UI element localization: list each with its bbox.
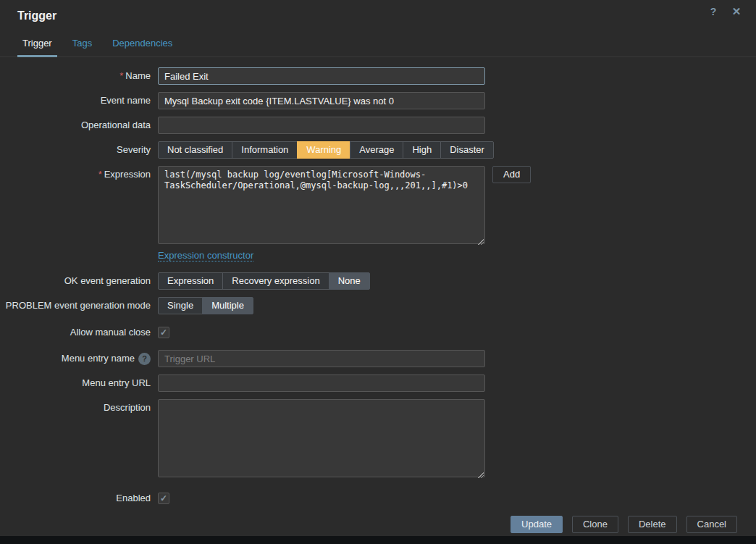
description-row: Description	[0, 399, 756, 480]
expression-label: *Expression	[0, 166, 151, 183]
enabled-row: Enabled ✓	[0, 490, 756, 507]
menu-entry-url-input[interactable]	[158, 374, 485, 392]
severity-not-classified-button[interactable]: Not classified	[158, 141, 232, 159]
problem-mode-single-button[interactable]: Single	[158, 297, 203, 314]
problem-mode-multiple-button[interactable]: Multiple	[202, 297, 253, 314]
trigger-form: *Name Event name Operational data Severi…	[0, 57, 756, 507]
expression-add-button[interactable]: Add	[492, 166, 531, 183]
severity-warning-button[interactable]: Warning	[297, 141, 350, 159]
name-input[interactable]	[158, 67, 485, 85]
operational-data-input[interactable]	[158, 117, 485, 134]
severity-high-button[interactable]: High	[403, 141, 441, 159]
resize-handle-icon[interactable]	[477, 472, 484, 478]
event-name-label: Event name	[0, 92, 151, 109]
help-icon[interactable]: ?	[705, 4, 721, 20]
dialog-footer: Update Clone Delete Cancel	[0, 516, 756, 533]
allow-manual-close-row: Allow manual close ✓	[0, 324, 756, 341]
question-mark-help-icon[interactable]: ?	[138, 353, 151, 365]
enabled-checkbox[interactable]: ✓	[158, 493, 169, 504]
ok-event-generation-row: OK event generation Expression Recovery …	[0, 272, 756, 290]
severity-disaster-button[interactable]: Disaster	[440, 141, 494, 159]
tab-bar: Trigger Tags Dependencies	[0, 33, 756, 57]
cancel-button[interactable]: Cancel	[686, 516, 737, 533]
menu-entry-name-label: Menu entry name ?	[0, 350, 151, 367]
ok-event-expression-button[interactable]: Expression	[158, 272, 223, 290]
description-label: Description	[0, 399, 151, 417]
close-icon[interactable]: ✕	[728, 4, 744, 20]
resize-handle-icon[interactable]	[477, 238, 484, 245]
expression-constructor-link[interactable]: Expression constructor	[158, 250, 253, 261]
ok-event-recovery-expression-button[interactable]: Recovery expression	[222, 272, 329, 290]
allow-manual-close-checkbox[interactable]: ✓	[158, 327, 169, 338]
delete-button[interactable]: Delete	[628, 516, 677, 533]
name-row: *Name	[0, 67, 756, 85]
update-button[interactable]: Update	[511, 516, 563, 533]
problem-event-mode-label: PROBLEM event generation mode	[0, 297, 151, 314]
severity-average-button[interactable]: Average	[350, 141, 403, 159]
severity-segmented-control: Not classified Information Warning Avera…	[158, 141, 494, 159]
menu-entry-name-row: Menu entry name ?	[0, 350, 756, 367]
description-textarea[interactable]	[158, 399, 485, 477]
operational-data-row: Operational data	[0, 117, 756, 134]
problem-event-mode-segmented-control: Single Multiple	[158, 297, 253, 314]
menu-entry-name-input[interactable]	[158, 350, 485, 367]
tab-trigger[interactable]: Trigger	[17, 33, 57, 57]
tab-tags[interactable]: Tags	[67, 33, 97, 57]
trigger-dialog: Trigger ? ✕ Trigger Tags Dependencies *N…	[0, 0, 756, 536]
severity-information-button[interactable]: Information	[232, 141, 298, 159]
required-marker: *	[98, 169, 102, 180]
dialog-header: Trigger ? ✕	[0, 0, 756, 33]
required-marker: *	[119, 70, 123, 81]
problem-event-mode-row: PROBLEM event generation mode Single Mul…	[0, 297, 756, 314]
menu-entry-url-label: Menu entry URL	[0, 374, 151, 392]
dialog-title: Trigger	[17, 9, 739, 22]
ok-event-generation-label: OK event generation	[0, 272, 151, 290]
severity-row: Severity Not classified Information Warn…	[0, 141, 756, 159]
event-name-input[interactable]	[158, 92, 485, 109]
ok-event-generation-segmented-control: Expression Recovery expression None	[158, 272, 370, 290]
tab-dependencies[interactable]: Dependencies	[107, 33, 177, 57]
expression-row: *Expression last(/mysql backup log/event…	[0, 166, 756, 246]
allow-manual-close-label: Allow manual close	[0, 324, 151, 341]
operational-data-label: Operational data	[0, 117, 151, 134]
expression-textarea[interactable]: last(/mysql backup log/eventlog[Microsof…	[158, 166, 485, 244]
clone-button[interactable]: Clone	[572, 516, 618, 533]
name-label: *Name	[0, 67, 151, 85]
event-name-row: Event name	[0, 92, 756, 109]
ok-event-none-button[interactable]: None	[329, 272, 370, 290]
menu-entry-url-row: Menu entry URL	[0, 374, 756, 392]
severity-label: Severity	[0, 141, 151, 159]
enabled-label: Enabled	[0, 490, 151, 507]
